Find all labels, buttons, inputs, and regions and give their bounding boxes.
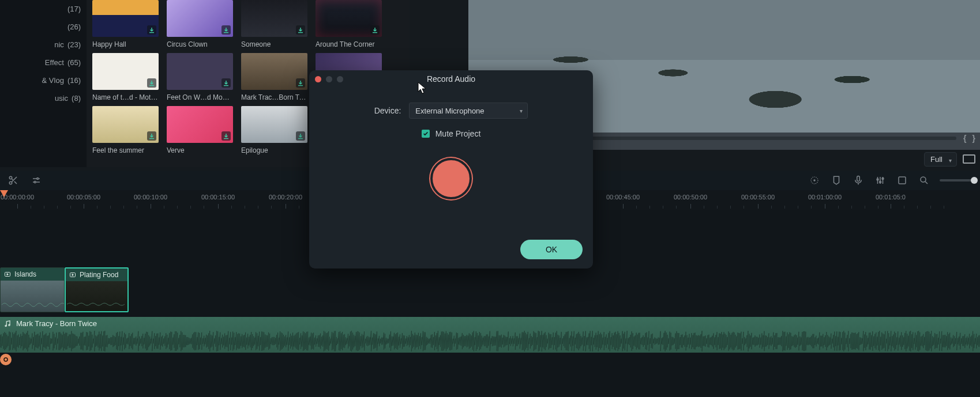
chevron-down-icon: ▾ — [520, 108, 523, 114]
media-thumbnail[interactable] — [92, 0, 159, 37]
media-label: Feel the summer — [92, 146, 159, 156]
svg-point-1 — [9, 182, 12, 184]
media-item[interactable]: Happy Hall — [92, 0, 159, 50]
ruler-tick: 00:01:00:00 — [808, 194, 842, 201]
svg-point-15 — [9, 324, 10, 326]
category-row[interactable]: & Vlog(16) — [0, 71, 87, 89]
download-icon[interactable] — [147, 78, 156, 88]
record-button[interactable] — [430, 158, 472, 199]
mixer-icon[interactable] — [874, 174, 887, 187]
download-icon[interactable] — [221, 78, 231, 88]
zoom-icon[interactable] — [918, 174, 930, 187]
audio-track[interactable]: Mark Tracy - Born Twice — [0, 317, 980, 353]
dialog-title: Record Audio — [309, 74, 593, 84]
category-row[interactable]: nic(23) — [0, 36, 87, 54]
media-thumbnail[interactable] — [167, 53, 233, 90]
ruler-tick: 00:01:05:0 — [876, 194, 906, 201]
media-item[interactable]: Feet On W…d Moment — [167, 53, 233, 103]
media-thumbnail[interactable] — [92, 53, 159, 90]
media-item[interactable]: Circus Clown — [167, 0, 233, 50]
media-label: Feet On W…d Moment — [167, 93, 233, 103]
marker-icon[interactable] — [830, 174, 843, 187]
mute-project-checkbox[interactable] — [422, 130, 430, 138]
download-icon[interactable] — [147, 25, 156, 35]
media-item[interactable]: Epilogue — [241, 106, 307, 156]
target-icon[interactable] — [808, 174, 821, 187]
svg-point-16 — [4, 358, 7, 361]
ok-button[interactable]: OK — [520, 240, 583, 259]
media-item[interactable]: Someone — [241, 0, 307, 50]
media-thumbnail[interactable] — [316, 0, 382, 37]
chevron-down-icon: ▾ — [949, 157, 952, 164]
ruler-tick: 00:00:50:00 — [674, 194, 707, 201]
dialog-titlebar[interactable]: Record Audio — [309, 70, 593, 88]
device-label: Device: — [374, 106, 401, 115]
media-item[interactable]: Feel the summer — [92, 106, 159, 156]
category-row[interactable]: (26) — [0, 18, 87, 36]
ruler-tick: 00:00:05:00 — [67, 194, 100, 201]
download-icon[interactable] — [221, 131, 231, 141]
quality-select[interactable]: Full ▾ — [924, 152, 957, 167]
zoom-slider[interactable] — [940, 179, 974, 182]
svg-point-5 — [814, 180, 815, 181]
music-note-icon — [3, 320, 12, 328]
svg-rect-10 — [899, 177, 906, 184]
category-row[interactable]: Effect(65) — [0, 54, 87, 71]
ruler-tick: 00:00:00:00 — [1, 194, 34, 201]
mute-project-label: Mute Project — [435, 129, 481, 138]
record-audio-dialog: Record Audio Device: External Microphone… — [309, 70, 593, 269]
download-icon[interactable] — [296, 78, 305, 88]
microphone-icon[interactable] — [852, 174, 865, 187]
device-select[interactable]: External Microphone ▾ — [409, 103, 528, 119]
zoom-knob[interactable] — [971, 177, 978, 184]
media-thumbnail[interactable] — [241, 53, 307, 90]
media-label: Verve — [167, 146, 233, 156]
category-row[interactable]: usic(8) — [0, 89, 87, 107]
scissors-icon[interactable] — [7, 174, 20, 187]
media-label: Someone — [241, 40, 307, 50]
video-clip[interactable]: Islands — [0, 267, 65, 312]
sliders-icon[interactable] — [30, 174, 43, 187]
video-clip[interactable]: Plating Food — [65, 267, 129, 312]
media-item[interactable]: Around The Corner — [316, 0, 382, 50]
category-row[interactable]: (17) — [0, 0, 87, 18]
media-label: Circus Clown — [167, 40, 233, 50]
clip-label: Islands — [14, 270, 36, 278]
media-label: Happy Hall — [92, 40, 159, 50]
download-icon[interactable] — [296, 131, 305, 141]
media-thumbnail[interactable] — [92, 106, 159, 143]
svg-point-11 — [921, 177, 926, 182]
effect-track[interactable] — [0, 353, 980, 368]
download-icon[interactable] — [296, 25, 305, 35]
svg-point-14 — [5, 325, 6, 326]
media-label: Mark Trac…Born Twic — [241, 93, 307, 103]
download-icon[interactable] — [370, 25, 380, 35]
audio-waveform — [0, 330, 980, 353]
crop-icon[interactable] — [896, 174, 908, 187]
svg-point-0 — [9, 176, 12, 179]
ruler-tick: 00:00:10:00 — [134, 194, 167, 201]
category-sidebar: (17) (26) nic(23) Effect(65) & Vlog(16) … — [0, 0, 87, 167]
fullscreen-monitor-icon[interactable] — [963, 154, 975, 164]
download-icon[interactable] — [147, 131, 156, 141]
media-thumbnail[interactable] — [241, 106, 307, 143]
media-thumbnail[interactable] — [167, 106, 233, 143]
next-keyframe-icon[interactable]: } — [973, 134, 975, 143]
media-thumbnail[interactable] — [167, 0, 233, 37]
effect-marker-icon[interactable] — [0, 354, 12, 365]
preview-quality-row: Full ▾ — [924, 151, 980, 167]
media-label: Around The Corner — [316, 40, 382, 50]
quality-value: Full — [930, 155, 943, 164]
ruler-tick: 00:00:20:00 — [269, 194, 302, 201]
media-label: Name of t…d - Motions — [92, 93, 159, 103]
download-icon[interactable] — [221, 25, 231, 35]
media-thumbnail[interactable] — [241, 0, 307, 37]
ruler-tick: 00:00:45:00 — [606, 194, 640, 201]
video-track[interactable]: Islands Plating Food — [0, 267, 980, 315]
prev-keyframe-icon[interactable]: { — [963, 134, 966, 143]
ruler-tick: 00:00:55:00 — [741, 194, 775, 201]
audio-clip-label: Mark Tracy - Born Twice — [16, 319, 97, 328]
media-item[interactable]: Mark Trac…Born Twic — [241, 53, 307, 103]
media-item[interactable]: Verve — [167, 106, 233, 156]
media-item[interactable]: Name of t…d - Motions — [92, 53, 159, 103]
